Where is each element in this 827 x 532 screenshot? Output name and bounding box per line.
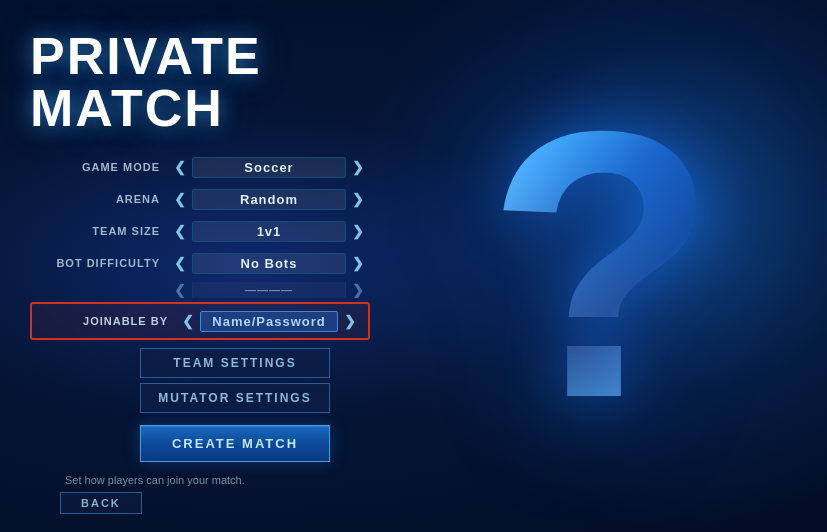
bot-difficulty-left-arrow[interactable]: ❮ [168, 253, 192, 273]
team-size-row: TEAM SIZE ❮ 1v1 ❯ [30, 218, 370, 244]
game-mode-left-arrow[interactable]: ❮ [168, 157, 192, 177]
joinable-by-right-arrow[interactable]: ❯ [338, 311, 362, 331]
settings-panel: GAME MODE ❮ Soccer ❯ ARENA ❮ Random ❯ TE… [30, 154, 370, 340]
team-size-label: TEAM SIZE [30, 225, 160, 237]
arena-left-arrow[interactable]: ❮ [168, 189, 192, 209]
partial-right-arrow: ❯ [346, 282, 370, 298]
arena-label: ARENA [30, 193, 160, 205]
partial-left-arrow: ❮ [168, 282, 192, 298]
joinable-by-value: Name/Password [200, 311, 338, 332]
question-mark-icon: ? [486, 75, 708, 455]
game-mode-right-arrow[interactable]: ❯ [346, 157, 370, 177]
partial-row: ❮ ———— ❯ [30, 282, 370, 298]
helper-text: Set how players can join your match. [65, 474, 410, 486]
bot-difficulty-control: ❮ No Bots ❯ [168, 253, 370, 274]
game-mode-control: ❮ Soccer ❯ [168, 157, 370, 178]
team-settings-button[interactable]: TEAM SETTINGS [140, 348, 330, 378]
question-mark-decoration: ? [427, 20, 767, 510]
bot-difficulty-right-arrow[interactable]: ❯ [346, 253, 370, 273]
game-mode-row: GAME MODE ❮ Soccer ❯ [30, 154, 370, 180]
joinable-by-left-arrow[interactable]: ❮ [176, 311, 200, 331]
arena-right-arrow[interactable]: ❯ [346, 189, 370, 209]
main-content: PRIVATE MATCH GAME MODE ❮ Soccer ❯ ARENA… [0, 0, 430, 532]
arena-row: ARENA ❮ Random ❯ [30, 186, 370, 212]
joinable-by-row: JOINABLE BY ❮ Name/Password ❯ [30, 302, 370, 340]
team-size-control: ❮ 1v1 ❯ [168, 221, 370, 242]
mutator-settings-button[interactable]: MUTATOR SETTINGS [140, 383, 330, 413]
partial-control: ❮ ———— ❯ [168, 282, 370, 298]
buttons-area: TEAM SETTINGS MUTATOR SETTINGS CREATE MA… [60, 348, 410, 514]
game-mode-value: Soccer [192, 157, 346, 178]
team-size-right-arrow[interactable]: ❯ [346, 221, 370, 241]
arena-control: ❮ Random ❯ [168, 189, 370, 210]
bot-difficulty-value: No Bots [192, 253, 346, 274]
joinable-by-control: ❮ Name/Password ❯ [176, 311, 362, 332]
bot-difficulty-label: BOT DIFFICULTY [30, 257, 160, 269]
bot-difficulty-row: BOT DIFFICULTY ❮ No Bots ❯ [30, 250, 370, 276]
create-match-button[interactable]: CREATE MATCH [140, 425, 330, 462]
team-size-left-arrow[interactable]: ❮ [168, 221, 192, 241]
joinable-by-label: JOINABLE BY [38, 315, 168, 327]
back-button[interactable]: BACK [60, 492, 142, 514]
game-mode-label: GAME MODE [30, 161, 160, 173]
team-size-value: 1v1 [192, 221, 346, 242]
page-title: PRIVATE MATCH [30, 30, 410, 134]
partial-value: ———— [192, 282, 346, 298]
arena-value: Random [192, 189, 346, 210]
